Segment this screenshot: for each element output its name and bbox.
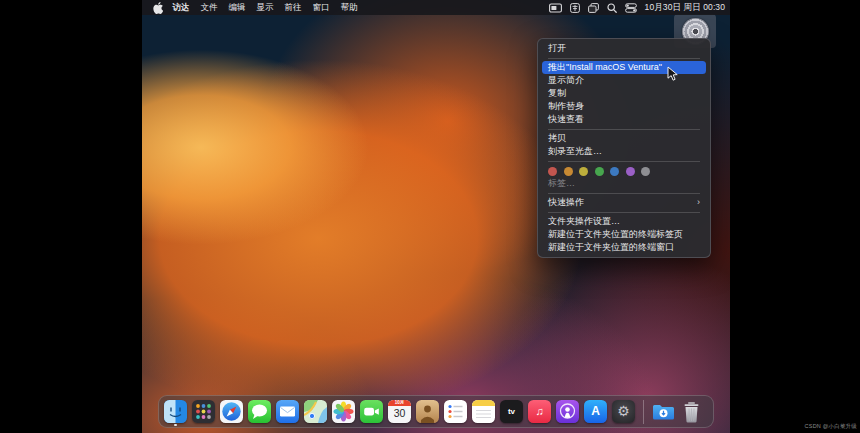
menubar-item-view[interactable]: 显示 (251, 0, 279, 15)
dock-icon-photos[interactable] (332, 400, 355, 423)
menu-item-burn-to-disc[interactable]: 刻录至光盘… (538, 145, 710, 158)
menu-item-new-terminal-tab[interactable]: 新建位于文件夹位置的终端标签页 (538, 228, 710, 241)
menu-separator (548, 161, 700, 162)
dock-icon-launchpad[interactable] (192, 400, 215, 423)
dock-icon-downloads-folder[interactable] (652, 400, 675, 423)
spotlight-search-icon[interactable] (607, 3, 617, 13)
dock-icon-system-settings[interactable]: ⚙ (612, 400, 635, 423)
dock-icon-finder[interactable] (164, 400, 187, 423)
dock-icon-calendar[interactable]: 10月 30 (388, 400, 411, 423)
apple-logo-icon (153, 2, 163, 14)
menubar-item-edit[interactable]: 编辑 (223, 0, 251, 15)
menu-item-get-info[interactable]: 显示简介 (538, 74, 710, 87)
calendar-day-label: 30 (388, 406, 411, 420)
dock-icon-reminders[interactable] (444, 400, 467, 423)
menu-separator (548, 212, 700, 213)
dock: 10月 30 tv ♫ A ⚙ (158, 395, 714, 428)
tag-color-row (538, 164, 710, 177)
tag-orange[interactable] (564, 167, 573, 176)
dock-icon-trash[interactable] (680, 400, 703, 423)
dock-icon-music[interactable]: ♫ (528, 400, 551, 423)
desktop[interactable]: 访达 文件 编辑 显示 前往 窗口 帮助 10月30日 周日 00:30 (142, 0, 730, 433)
menu-separator (548, 58, 700, 59)
menu-item-eject[interactable]: 推出"Install macOS Ventura" (542, 61, 706, 74)
menubar-status-area: 10月30日 周日 00:30 (549, 2, 725, 14)
dock-icon-facetime[interactable] (360, 400, 383, 423)
menu-item-new-terminal-window[interactable]: 新建位于文件夹位置的终端窗口 (538, 241, 710, 254)
menu-item-open[interactable]: 打开 (538, 42, 710, 55)
quick-actions-label: 快速操作 (548, 196, 584, 209)
context-menu: 打开 推出"Install macOS Ventura" 显示简介 复制 制作替… (537, 38, 711, 258)
dock-icon-app-store[interactable]: A (584, 400, 607, 423)
menu-item-tags: 标签… (538, 177, 710, 190)
finder-running-indicator (174, 424, 177, 427)
dock-icon-notes[interactable] (472, 400, 495, 423)
menubar-item-help[interactable]: 帮助 (335, 0, 363, 15)
menu-item-folder-actions-setup[interactable]: 文件夹操作设置… (538, 215, 710, 228)
watermark: CSDN @小白菜升级 (805, 423, 857, 430)
menu-item-make-alias[interactable]: 制作替身 (538, 100, 710, 113)
menu-item-copy[interactable]: 拷贝 (538, 132, 710, 145)
submenu-chevron-icon: › (697, 196, 700, 209)
menu-bar: 访达 文件 编辑 显示 前往 窗口 帮助 10月30日 周日 00:30 (142, 0, 730, 15)
screen-mirroring-icon[interactable] (549, 3, 562, 13)
dock-icon-maps[interactable] (304, 400, 327, 423)
tag-gray[interactable] (641, 167, 650, 176)
tag-blue[interactable] (610, 167, 619, 176)
menu-separator (548, 129, 700, 130)
menubar-item-go[interactable]: 前往 (279, 0, 307, 15)
tag-red[interactable] (548, 167, 557, 176)
menu-separator (548, 193, 700, 194)
dock-icon-mail[interactable] (276, 400, 299, 423)
tag-yellow[interactable] (579, 167, 588, 176)
menu-item-quick-look[interactable]: 快速查看 (538, 113, 710, 126)
tag-green[interactable] (595, 167, 604, 176)
tag-purple[interactable] (626, 167, 635, 176)
stage-manager-icon[interactable] (588, 3, 599, 13)
dock-icon-podcasts[interactable] (556, 400, 579, 423)
menubar-item-finder[interactable]: 访达 (167, 0, 195, 15)
dock-icon-messages[interactable] (248, 400, 271, 423)
menubar-clock[interactable]: 10月30日 周日 00:30 (645, 2, 725, 14)
dock-icon-safari[interactable] (220, 400, 243, 423)
menu-item-duplicate[interactable]: 复制 (538, 87, 710, 100)
dock-icon-tv[interactable]: tv (500, 400, 523, 423)
mouse-cursor (667, 66, 678, 86)
menubar-item-window[interactable]: 窗口 (307, 0, 335, 15)
menubar-item-file[interactable]: 文件 (195, 0, 223, 15)
dock-separator (643, 400, 644, 424)
input-source-icon[interactable] (570, 3, 580, 13)
menu-item-quick-actions[interactable]: 快速操作 › (538, 196, 710, 209)
dock-icon-contacts[interactable] (416, 400, 439, 423)
apple-menu[interactable] (149, 2, 167, 14)
control-center-icon[interactable] (625, 3, 637, 13)
